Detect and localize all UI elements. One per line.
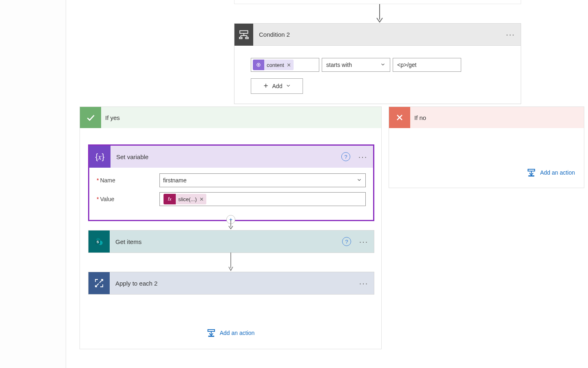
condition-value-input[interactable]: <p>/get: [393, 58, 461, 72]
apply-to-each-menu-button[interactable]: ···: [354, 279, 374, 288]
set-variable-menu-button[interactable]: ···: [353, 152, 373, 162]
condition-operator-select[interactable]: starts with: [322, 58, 390, 72]
if-yes-header[interactable]: If yes: [80, 107, 381, 128]
condition-add-button[interactable]: Add: [251, 78, 303, 94]
name-field-label: *Name: [97, 177, 159, 184]
condition-left-operand[interactable]: content ✕: [251, 58, 319, 72]
left-sidebar: [0, 0, 66, 368]
set-variable-title: Set variable: [111, 153, 341, 160]
add-action-icon: [527, 169, 536, 176]
previous-step-outline: [234, 0, 521, 4]
condition-menu-button[interactable]: ···: [500, 30, 521, 39]
svg-rect-1: [240, 31, 248, 33]
name-select[interactable]: firstname: [159, 173, 366, 187]
if-no-label: If no: [410, 114, 426, 121]
dynamic-content-icon: [253, 60, 264, 70]
add-action-button-no[interactable]: Add an action: [527, 169, 575, 176]
set-variable-header[interactable]: {𝑥} Set variable ? ···: [89, 146, 373, 168]
condition-value-text: <p>/get: [397, 62, 417, 68]
add-label: Add: [272, 83, 283, 89]
apply-to-each-header[interactable]: Apply to each 2 ···: [88, 272, 374, 294]
apply-to-each-title: Apply to each 2: [110, 280, 354, 287]
get-items-menu-button[interactable]: ···: [354, 237, 374, 246]
close-icon: [389, 107, 410, 128]
add-action-label: Add an action: [540, 169, 575, 176]
condition-body: content ✕ starts with <p>/get: [234, 46, 521, 104]
dynamic-content-token[interactable]: content ✕: [253, 60, 294, 70]
svg-rect-22: [528, 169, 535, 171]
plus-icon: [263, 82, 269, 90]
svg-text:S: S: [97, 240, 99, 244]
add-action-label: Add an action: [220, 330, 255, 336]
value-field-label: *Value: [97, 196, 159, 202]
get-items-header[interactable]: S Get items ? ···: [88, 231, 374, 253]
if-no-header[interactable]: If no: [389, 107, 584, 128]
checkmark-icon: [80, 107, 101, 128]
chevron-down-icon: [356, 177, 362, 184]
svg-rect-17: [208, 330, 214, 332]
add-action-icon: [207, 329, 216, 337]
add-action-button-yes[interactable]: Add an action: [80, 329, 381, 337]
variable-icon: {𝑥}: [89, 146, 111, 168]
expression-label: slice(...): [176, 196, 199, 202]
if-no-branch: If no Add an action: [389, 106, 584, 188]
loop-icon: [88, 272, 110, 294]
token-remove-icon[interactable]: ✕: [287, 62, 291, 68]
if-yes-branch: If yes {𝑥} Set variable ? ··· *Name firs…: [80, 106, 382, 349]
condition-icon: [234, 24, 253, 46]
svg-rect-6: [239, 37, 242, 38]
get-items-title: Get items: [110, 238, 342, 245]
apply-to-each-action[interactable]: Apply to each 2 ···: [88, 272, 374, 295]
set-variable-body: *Name firstname *Value fx slice(...): [89, 168, 373, 220]
condition-title: Condition 2: [253, 31, 500, 38]
value-input[interactable]: fx slice(...) ✕: [159, 192, 366, 206]
condition-header[interactable]: Condition 2 ···: [234, 24, 521, 46]
chevron-down-icon: [285, 83, 291, 90]
help-icon[interactable]: ?: [341, 152, 350, 161]
token-label: content: [264, 62, 287, 68]
if-yes-label: If yes: [101, 114, 120, 121]
fx-icon: fx: [164, 194, 176, 204]
chevron-down-icon: [380, 62, 386, 69]
condition-card[interactable]: Condition 2 ··· content ✕ starts with: [234, 23, 521, 104]
expression-token[interactable]: fx slice(...) ✕: [164, 194, 206, 204]
get-items-action[interactable]: S Get items ? ···: [88, 230, 374, 253]
name-value: firstname: [163, 177, 187, 184]
arrow-down-icon: [228, 220, 236, 231]
set-variable-action[interactable]: {𝑥} Set variable ? ··· *Name firstname: [88, 144, 374, 221]
condition-operator-value: starts with: [326, 62, 352, 68]
arrow-down-icon: [376, 4, 384, 23]
token-remove-icon[interactable]: ✕: [199, 196, 204, 202]
sharepoint-icon: S: [88, 231, 110, 253]
arrow-down-icon: [228, 253, 236, 273]
svg-rect-7: [245, 37, 248, 38]
help-icon[interactable]: ?: [342, 237, 351, 246]
